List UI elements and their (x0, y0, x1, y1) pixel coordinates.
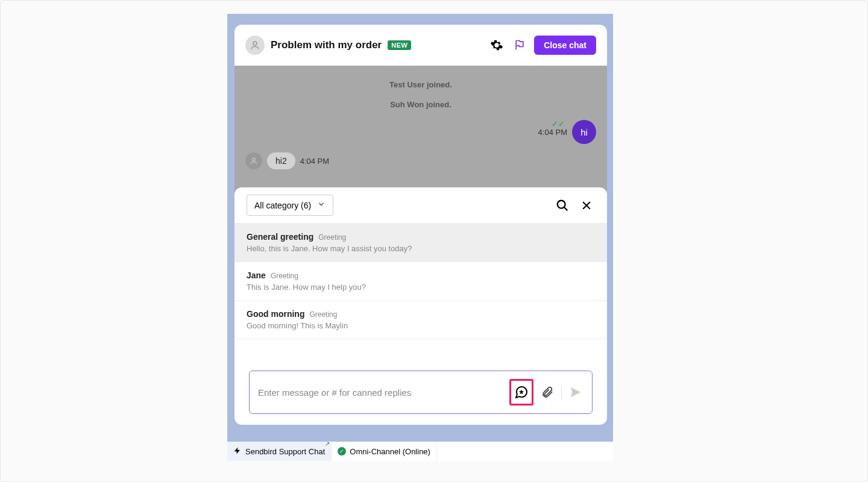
footer-label: Omni-Channel (Online) (350, 447, 430, 456)
canned-item-name: Good morning (247, 309, 304, 319)
canned-item[interactable]: Good morning Greeting Good morning! This… (234, 301, 607, 339)
canned-item-category: Greeting (309, 310, 337, 319)
canned-item[interactable]: Jane Greeting This is Jane. How may I he… (234, 262, 607, 301)
canned-reply-highlight (509, 379, 533, 405)
search-icon[interactable] (554, 197, 571, 214)
svg-point-0 (253, 42, 257, 45)
footer-item-support-chat[interactable]: Sendbird Support Chat ↗ (227, 442, 332, 461)
incoming-message-bubble: hi2 (267, 152, 295, 169)
canned-item-name: Jane (247, 271, 266, 280)
incoming-message-row: hi2 4:04 PM (245, 152, 596, 169)
svg-point-2 (558, 200, 565, 208)
message-input[interactable] (258, 371, 503, 413)
close-icon[interactable] (578, 197, 595, 214)
canned-replies-panel: All category (6) (234, 187, 607, 425)
canned-item-category: Greeting (271, 272, 298, 280)
messages-area: Test User joined. Suh Won joined. ✓✓ 4:0… (234, 66, 607, 169)
footer-bar: Sendbird Support Chat ↗ ✓ Omni-Channel (… (227, 442, 613, 461)
svg-point-1 (253, 158, 256, 161)
attachment-icon[interactable] (539, 384, 555, 400)
message-time: 4:04 PM (538, 128, 567, 137)
status-online-icon: ✓ (338, 447, 346, 455)
outgoing-message-bubble: hi (572, 120, 596, 144)
canned-item-name: General greeting (247, 232, 313, 242)
gear-icon[interactable] (488, 37, 505, 54)
category-select[interactable]: All category (6) (247, 195, 333, 216)
send-icon[interactable] (568, 384, 583, 400)
flag-icon[interactable] (511, 37, 528, 54)
status-badge: NEW (388, 40, 411, 50)
bolt-icon (233, 446, 242, 457)
app-frame: Problem with my order NEW Close chat Tes… (227, 14, 613, 461)
canned-list: General greeting Greeting Hello, this is… (234, 223, 607, 360)
canned-item-preview: This is Jane. How may I help you? (247, 283, 595, 292)
canned-item-preview: Good morning! This is Maylin (247, 321, 595, 330)
chat-window: Problem with my order NEW Close chat Tes… (234, 25, 607, 425)
chevron-down-icon (317, 200, 326, 210)
canned-item-preview: Hello, this is Jane. How may I assist yo… (247, 244, 595, 253)
message-time: 4:04 PM (300, 157, 329, 166)
close-chat-button[interactable]: Close chat (534, 36, 596, 55)
popout-icon: ↗ (325, 440, 330, 447)
system-message: Test User joined. (245, 80, 596, 89)
avatar (245, 36, 265, 55)
footer-item-omni-channel[interactable]: ✓ Omni-Channel (Online) (332, 442, 437, 461)
canned-header: All category (6) (234, 187, 607, 223)
canned-item[interactable]: General greeting Greeting Hello, this is… (234, 224, 607, 262)
message-input-bar (249, 371, 593, 414)
canned-reply-icon[interactable] (514, 384, 529, 400)
read-receipt-icon: ✓✓ (552, 119, 565, 128)
divider (561, 385, 562, 399)
category-label: All category (6) (254, 201, 311, 210)
footer-label: Sendbird Support Chat (245, 447, 325, 456)
system-message: Suh Won joined. (245, 100, 596, 109)
outgoing-message-row: ✓✓ 4:04 PM hi (245, 120, 596, 144)
sender-avatar (245, 152, 262, 169)
canned-item-category: Greeting (318, 233, 346, 242)
chat-header: Problem with my order NEW Close chat (234, 25, 607, 66)
chat-title: Problem with my order (271, 39, 382, 51)
